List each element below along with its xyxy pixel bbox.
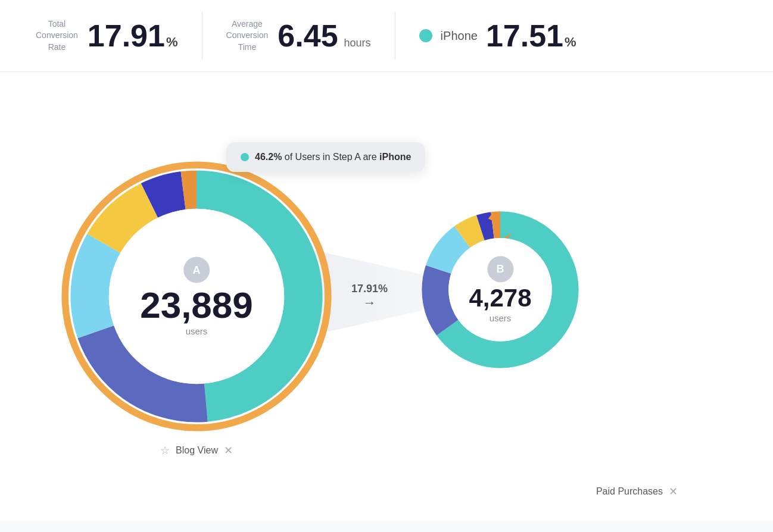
- total-conversion-unit: %: [166, 36, 178, 49]
- avg-conversion-unit: hours: [344, 37, 371, 49]
- chart-a-close-icon[interactable]: ✕: [224, 444, 233, 457]
- arrow-right-icon: →: [351, 295, 388, 311]
- tooltip-dot: [241, 153, 249, 161]
- chart-b-close-icon[interactable]: ✕: [669, 485, 678, 498]
- paid-purchases-label-row: Paid Purchases ✕: [596, 485, 678, 498]
- chart-a-users-label: users: [140, 326, 253, 336]
- iphone-unit: %: [565, 35, 576, 50]
- chart-a-count: 23,889: [140, 287, 253, 324]
- star-icon[interactable]: ☆: [160, 444, 170, 457]
- conversion-info: 17.91% →: [351, 283, 388, 311]
- step-a-label: A: [183, 257, 210, 283]
- blog-view-label: Blog View: [176, 445, 218, 456]
- stats-header: Total Conversion Rate 17.91 % Average Co…: [0, 0, 773, 72]
- tooltip-text: 46.2% of Users in Step A are iPhone: [255, 152, 411, 162]
- total-conversion-value: 17.91: [88, 20, 165, 51]
- iphone-value: 17.51: [486, 18, 563, 54]
- total-conversion-block: Total Conversion Rate 17.91 %: [24, 18, 202, 54]
- tooltip-bubble: 46.2% of Users in Step A are iPhone: [226, 142, 425, 172]
- chart-a-center: A 23,889 users: [140, 257, 253, 336]
- avg-conversion-label: Average Conversion Time: [226, 18, 269, 54]
- conversion-rate-text: 17.91%: [351, 283, 388, 295]
- avg-conversion-value: 6.45: [278, 20, 338, 51]
- iphone-label: iPhone: [441, 29, 478, 43]
- chart-b-center: B 4,278 users: [469, 256, 531, 323]
- step-b-label: B: [487, 256, 513, 282]
- chart-b-users-label: users: [469, 313, 531, 323]
- paid-purchases-label: Paid Purchases: [596, 486, 663, 497]
- chart-b-wrapper: B 4,278 users: [417, 206, 584, 373]
- iphone-dot: [419, 29, 432, 42]
- total-conversion-label: Total Conversion Rate: [36, 18, 78, 54]
- tooltip-desc: of Users in Step A are: [285, 152, 379, 162]
- tooltip-bold: iPhone: [379, 152, 411, 162]
- chart-b-count: 4,278: [469, 286, 531, 311]
- tooltip-pct: 46.2%: [255, 152, 282, 162]
- avg-conversion-block: Average Conversion Time 6.45 hours: [202, 18, 395, 54]
- iphone-block: iPhone 17.51 %: [395, 18, 600, 54]
- chart-a-wrapper: A 23,889 users ☆ Blog View ✕: [60, 159, 333, 433]
- chart-a-label-row: ☆ Blog View ✕: [160, 444, 233, 457]
- chart-area: A 23,889 users ☆ Blog View ✕ 17.91% →: [0, 72, 773, 521]
